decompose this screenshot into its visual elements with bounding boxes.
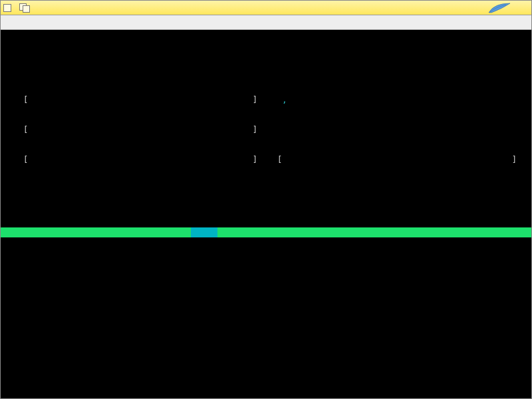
menu-edit[interactable] [14,21,27,25]
hdr-pri [79,227,100,237]
process-table-header[interactable] [1,227,531,237]
function-key-bar [1,297,531,307]
window-titlebar[interactable] [1,1,531,15]
hdr-s [182,227,191,237]
hdr-name [288,227,368,237]
hdr-pid [5,227,33,237]
menu-terminal[interactable] [1,21,14,25]
hdr-res [151,227,182,237]
hdr-cmd [368,227,527,237]
hdr-user [33,227,79,237]
bat-stat: [] [277,155,517,165]
hdr-cpu [191,227,217,237]
uptime-stat [277,125,527,135]
hdr-virt [119,227,151,237]
menu-settings[interactable] [27,21,41,25]
close-icon[interactable] [3,4,11,12]
window-stack-icon[interactable] [19,3,30,13]
mem-meter: [] [5,125,257,135]
menubar [1,15,531,30]
hdr-mem [217,227,244,237]
feather-icon [487,2,511,14]
hdr-ni [100,227,119,237]
hdr-time [244,227,288,237]
tasks-stat: , [277,95,527,105]
cpu-meter: [] [5,95,257,105]
terminal-window: [] [] [] , [] [0,0,532,399]
terminal-content[interactable]: [] [] [] , [] [1,30,531,398]
swp-meter: [] [5,155,257,165]
